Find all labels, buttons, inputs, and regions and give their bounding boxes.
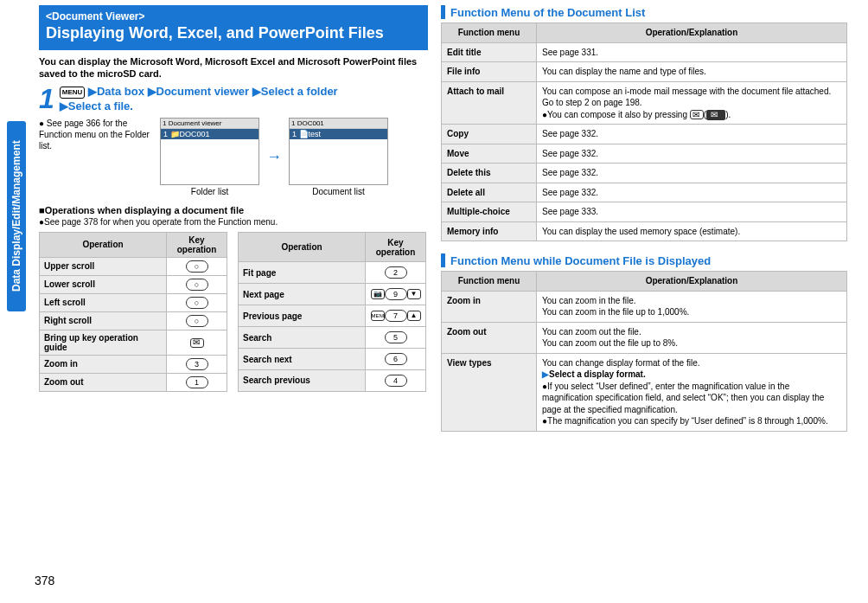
screen-row-hl: 1 📄test (290, 129, 387, 139)
mail-dark-icon (706, 110, 725, 120)
fm-exp: You can display the used memory space (e… (537, 221, 847, 241)
key-2-icon: 2 (385, 266, 407, 279)
bar-icon (441, 5, 445, 19)
arrow-icon: ▶ (60, 99, 68, 112)
op-key: ○ (167, 257, 227, 275)
th-key: Key operation (366, 232, 426, 261)
left-column: <Document Viewer> Displaying Word, Excel… (39, 5, 428, 392)
op-key: 5 (366, 327, 426, 349)
key-6-icon: 6 (385, 353, 407, 365)
fm-label: Zoom out (442, 322, 537, 353)
fm-list-table: Function menuOperation/Explanation Edit … (441, 22, 847, 241)
fm-label: View types (442, 353, 537, 431)
screen-header: 1 DOC001 (290, 119, 387, 129)
op-label: Upper scroll (40, 257, 167, 275)
fm-exp: See page 333. (537, 202, 847, 222)
fm-exp: You can display the name and type of fil… (537, 62, 847, 82)
arrow-icon: ▶ (542, 369, 549, 379)
side-tab: Data Display/Edit/Management (7, 121, 26, 311)
mail-icon (190, 338, 204, 348)
fm-label: Delete this (442, 164, 537, 183)
fm-label: File info (442, 62, 537, 82)
down-key-icon: ▼ (407, 289, 421, 299)
step-part-0: Data box (97, 85, 144, 98)
key-4-icon: 4 (385, 375, 407, 387)
step-part-3: Select a file. (68, 99, 133, 112)
op-label: Fit page (239, 262, 366, 284)
th-menu: Function menu (442, 23, 537, 43)
dpad-left-icon: ○ (186, 297, 208, 309)
view-types-head: You can change display format of the fil… (542, 358, 700, 368)
op-key: ○ (167, 311, 227, 330)
fm-label: Memory info (442, 221, 537, 241)
fm-exp: See page 332. (537, 144, 847, 164)
op-key: ○ (167, 293, 227, 311)
document-caption: Document list (312, 187, 365, 196)
arrow-icon: ▶ (148, 85, 156, 98)
fm-exp: See page 332. (537, 183, 847, 202)
note-row: ● See page 366 for the Function menu on … (39, 118, 428, 196)
op-label: Search (239, 327, 366, 349)
bar-icon (441, 253, 445, 267)
fm-exp: See page 331. (537, 42, 847, 62)
step-part-1: Document viewer (156, 85, 250, 98)
screen-header: 1 Document viewer (161, 119, 258, 129)
fm-list-header: Function Menu of the Document List (441, 5, 847, 19)
op-table-left: OperationKey operation Upper scroll○ Low… (39, 232, 227, 392)
op-table-right: OperationKey operation Fit page2 Next pa… (238, 232, 426, 392)
fm-label: Multiple-choice (442, 202, 537, 222)
fm-label: Zoom in (442, 291, 537, 322)
document-list-screen-block: 1 DOC001 1 📄test Document list (289, 118, 388, 196)
screen-row-hl: 1 📁DOC001 (161, 129, 258, 139)
key-3-icon: 3 (186, 358, 208, 370)
fm-label: Copy (442, 125, 537, 144)
op-key: 2 (366, 262, 426, 284)
op-label: Search next (239, 349, 366, 370)
fm-disp-table: Function menuOperation/Explanation Zoom … (441, 271, 847, 432)
title-main: Displaying Word, Excel, and PowerPoint F… (46, 24, 421, 43)
fm-exp: You can compose an i-mode mail message w… (537, 81, 847, 125)
view-types-bullet2: ●The magnification you can specify by “U… (542, 416, 828, 426)
fm-exp: See page 332. (537, 125, 847, 144)
step-text: MENU ▶Data box ▶Document viewer ▶Select … (60, 85, 338, 114)
step-number: 1 (39, 85, 54, 112)
folder-caption: Folder list (191, 187, 228, 196)
title-sub: <Document Viewer> (46, 10, 421, 22)
fm-label: Delete all (442, 183, 537, 202)
folder-note-text: See page 366 for the Function menu on th… (39, 119, 150, 151)
op-label: Right scroll (40, 311, 167, 330)
th-operation: Operation (40, 232, 167, 257)
fm-label: Move (442, 144, 537, 164)
view-types-bullet1: ●If you select “User defined”, enter the… (542, 382, 824, 414)
mail-icon (690, 110, 704, 119)
th-menu: Function menu (442, 272, 537, 292)
key-7-icon: 7 (385, 310, 407, 322)
op-key: 1 (167, 373, 227, 391)
th-exp: Operation/Explanation (537, 272, 847, 292)
op-key: 📷9▼ (366, 284, 426, 305)
page-number: 378 (35, 574, 54, 587)
op-key (167, 330, 227, 355)
title-block: <Document Viewer> Displaying Word, Excel… (39, 5, 428, 50)
operation-tables: OperationKey operation Upper scroll○ Low… (39, 232, 428, 392)
intro-text: You can display the Microsoft Word, Micr… (39, 55, 428, 80)
op-label: Bring up key operation guide (40, 330, 167, 355)
camera-key-icon: 📷 (371, 289, 385, 299)
fm-disp-title: Function Menu while Document File is Dis… (450, 254, 711, 267)
menu-key-icon: MENU (371, 311, 385, 321)
up-key-icon: ▲ (407, 311, 421, 321)
fm-list-title: Function Menu of the Document List (450, 6, 645, 19)
op-key: ○ (167, 275, 227, 293)
op-key: 4 (366, 370, 426, 392)
folder-list-screen: 1 Document viewer 1 📁DOC001 (160, 118, 259, 185)
op-label: Search previous (239, 370, 366, 392)
arrow-right-icon: → (266, 148, 282, 166)
arrow-icon: ▶ (88, 85, 97, 98)
key-5-icon: 5 (385, 331, 407, 343)
arrow-icon: ▶ (252, 85, 261, 98)
step-part-2: Select a folder (261, 85, 338, 98)
right-column: Function Menu of the Document List Funct… (441, 5, 847, 444)
key-9-icon: 9 (385, 288, 407, 300)
fm-disp-header: Function Menu while Document File is Dis… (441, 253, 847, 267)
ops-heading: ■Operations when displaying a document f… (39, 205, 428, 215)
